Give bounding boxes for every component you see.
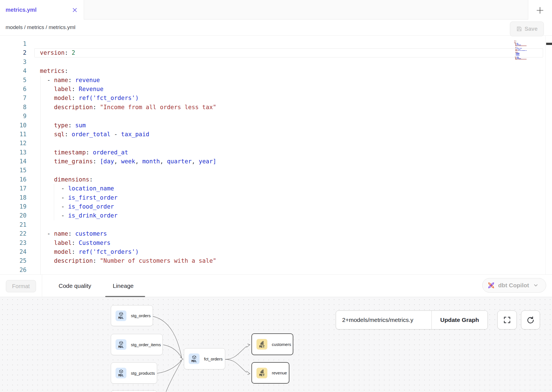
minimap-line <box>516 58 517 58</box>
code-line[interactable]: 14 time_grains: [day, week, month, quart… <box>0 157 552 166</box>
code-text: - name: revenue <box>40 76 100 85</box>
minimap-line <box>518 46 527 46</box>
code-line[interactable]: 16 dimensions: <box>0 175 552 184</box>
code-text: sql: order_total - tax_paid <box>40 130 149 139</box>
code-text: - location_name <box>40 184 114 193</box>
code-line[interactable]: 4metrics: <box>0 66 552 75</box>
code-text: - is_food_order <box>40 202 114 211</box>
lineage-node-stg-products[interactable]: MDL stg_products <box>111 362 157 384</box>
minimap-line <box>525 50 527 51</box>
dbt-copilot-icon <box>488 282 495 289</box>
minimap-line <box>519 48 520 49</box>
code-line[interactable]: 19 - is_food_order <box>0 202 552 211</box>
lineage-node-stg-order-items[interactable]: MDL stg_order_items <box>111 334 163 355</box>
line-number: 8 <box>0 103 27 112</box>
metric-icon: MET <box>256 368 267 378</box>
code-line[interactable]: 22 - name: customers <box>0 229 552 238</box>
code-line[interactable]: 18 - is_first_order <box>0 193 552 202</box>
minimap-line <box>515 46 518 46</box>
code-line[interactable]: 15 <box>0 166 552 175</box>
code-line[interactable]: 1 <box>0 39 552 48</box>
lineage-node-stg-orders[interactable]: MDL stg_orders <box>111 305 153 326</box>
lineage-node-partial[interactable] <box>111 390 157 392</box>
code-line[interactable]: 23 label: Customers <box>0 238 552 247</box>
code-text: timestamp: ordered_at <box>40 148 128 157</box>
format-button[interactable]: Format <box>6 280 36 292</box>
scrollbar-thumb[interactable] <box>546 43 552 45</box>
code-line[interactable]: 17 - location_name <box>0 184 552 193</box>
line-number: 26 <box>0 266 27 274</box>
minimap-line <box>516 45 517 45</box>
code-text: metrics: <box>40 66 68 75</box>
dbt-copilot-button[interactable]: dbt Copilot <box>482 278 546 293</box>
breadcrumb: models / metrics / metrics.yml <box>6 24 75 30</box>
code-line[interactable]: 8 description: "Income from all orders l… <box>0 103 552 112</box>
code-line[interactable]: 12 <box>0 139 552 148</box>
line-number: 15 <box>0 166 27 175</box>
code-line[interactable]: 21 <box>0 220 552 229</box>
toolbar-divider <box>42 275 42 297</box>
tab-lineage[interactable]: Lineage <box>113 275 134 297</box>
save-button[interactable]: Save <box>510 21 544 36</box>
code-editor[interactable]: 12version: 234metrics:5 - name: revenue6… <box>0 36 552 274</box>
fullscreen-button[interactable] <box>497 310 517 329</box>
lineage-canvas[interactable]: MDL stg_orders MDL stg_order_items MDL s… <box>0 297 552 392</box>
line-number: 2 <box>0 48 27 57</box>
minimap-line <box>516 53 520 54</box>
code-line[interactable]: 5 - name: revenue <box>0 76 552 85</box>
lineage-node-fct-orders[interactable]: MDL fct_orders <box>184 348 225 369</box>
code-line[interactable]: 9 <box>0 112 552 121</box>
minimap-line <box>520 48 522 49</box>
file-header: models / metrics / metrics.yml Save <box>0 20 552 36</box>
line-number: 3 <box>0 58 27 66</box>
lineage-selector-input[interactable] <box>336 311 431 329</box>
indent-guide <box>40 220 41 229</box>
minimap-line <box>517 49 518 50</box>
code-line[interactable]: 20 - is_drink_order <box>0 211 552 220</box>
close-icon[interactable] <box>72 7 78 13</box>
save-icon <box>516 26 522 32</box>
active-line-highlight <box>34 48 543 57</box>
minimap-line <box>516 55 520 56</box>
code-text: time_grains: [day, week, month, quarter,… <box>40 157 216 166</box>
code-text: model: ref('fct_orders') <box>40 94 139 102</box>
code-line[interactable]: 11 sql: order_total - tax_paid <box>0 130 552 139</box>
refresh-button[interactable] <box>521 310 540 329</box>
lineage-node-revenue[interactable]: MET revenue <box>251 362 289 384</box>
line-number: 1 <box>0 39 27 48</box>
code-line[interactable]: 26 <box>0 266 552 274</box>
code-text: type: sum <box>40 121 86 130</box>
minimap-line <box>517 57 519 57</box>
update-graph-button[interactable]: Update Graph <box>431 311 488 329</box>
code-line[interactable]: 24 model: ref('fct_orders') <box>0 247 552 256</box>
minimap-line <box>517 47 517 48</box>
line-number: 24 <box>0 247 27 256</box>
panel-toolbar: Format Code quality Lineage dbt Copilot <box>0 274 552 297</box>
line-number: 19 <box>0 202 27 211</box>
code-line[interactable]: 6 label: Revenue <box>0 85 552 94</box>
minimap-line <box>517 43 518 44</box>
code-line[interactable]: 2version: 2 <box>0 48 552 57</box>
code-text: version: 2 <box>40 48 75 57</box>
tab-strip-background <box>84 0 528 20</box>
minimap-line <box>516 54 519 55</box>
tab-metrics-yml[interactable]: metrics.yml <box>0 0 84 20</box>
minimap[interactable] <box>514 40 532 65</box>
line-number: 9 <box>0 112 27 121</box>
code-text: - is_first_order <box>40 193 117 202</box>
line-number: 18 <box>0 193 27 202</box>
code-line[interactable]: 7 model: ref('fct_orders') <box>0 94 552 102</box>
minimap-line <box>525 50 525 51</box>
line-number: 22 <box>0 229 27 238</box>
code-line[interactable]: 10 type: sum <box>0 121 552 130</box>
code-line[interactable]: 13 timestamp: ordered_at <box>0 148 552 157</box>
indent-guide <box>40 166 41 175</box>
tab-code-quality[interactable]: Code quality <box>59 275 91 297</box>
code-line[interactable]: 3 <box>0 58 552 66</box>
lineage-node-customers[interactable]: MET customers <box>251 333 293 355</box>
new-tab-icon[interactable] <box>536 7 544 14</box>
minimap-line <box>519 50 520 51</box>
indent-guide <box>40 266 41 274</box>
model-icon: MDL <box>116 368 126 378</box>
code-line[interactable]: 25 description: "Number of customers wit… <box>0 256 552 265</box>
